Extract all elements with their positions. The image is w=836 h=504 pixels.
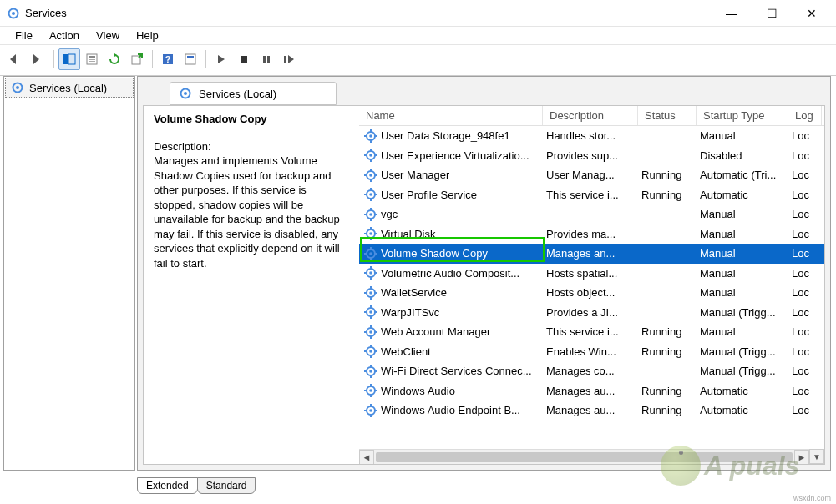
close-button[interactable]: ✕ [799,4,824,23]
service-gear-icon [364,149,377,162]
service-startup: Automatic (Tri... [697,169,788,181]
scroll-down-arrow[interactable]: ▼ [809,449,824,464]
minimize-button[interactable]: — [719,4,744,23]
service-logon: Loc [788,208,822,220]
tree-pane: Services (Local) [3,76,135,471]
start-service-button[interactable] [210,48,232,70]
service-startup: Automatic [697,385,788,397]
svg-rect-6 [89,59,95,60]
scroll-right-arrow[interactable]: ► [794,450,809,465]
services-icon [11,81,24,94]
service-row[interactable]: Volumetric Audio Composit...Hosts spatia… [359,264,824,284]
service-row[interactable]: Volume Shadow CopyManages an...ManualLoc [359,244,824,264]
service-startup: Automatic [697,404,788,416]
refresh-button[interactable] [104,48,125,70]
pane-title: Services (Local) [199,88,276,100]
svg-point-22 [369,134,372,138]
svg-rect-7 [89,61,95,62]
svg-point-64 [369,271,372,275]
col-header-name[interactable]: Name [359,106,543,125]
service-gear-icon [364,247,377,260]
show-action-pane-button[interactable] [180,48,201,70]
tab-extended[interactable]: Extended [137,477,198,494]
service-startup: Automatic [697,189,788,201]
service-logon: Loc [788,129,822,142]
service-row[interactable]: WebClientEnables Win...RunningManual (Tr… [359,342,824,362]
svg-rect-3 [68,54,75,64]
horizontal-scrollbar[interactable]: ◄ ► [359,449,809,464]
service-description: Handles stor... [543,129,638,142]
service-logon: Loc [788,247,822,260]
svg-rect-5 [89,56,95,58]
service-logon: Loc [788,306,822,319]
service-row[interactable]: User Experience Virtualizatio...Provides… [359,146,824,166]
service-status: Running [638,325,697,338]
svg-point-82 [369,330,372,334]
help-button[interactable]: ? [157,48,179,70]
service-name: WebClient [381,345,431,358]
properties-button[interactable] [81,48,103,70]
svg-point-58 [369,252,372,255]
list-header: Name Description Status Startup Type Log [359,106,824,126]
scroll-thumb[interactable] [376,452,793,462]
window-title: Services [25,7,67,19]
service-name: WarpJITSvc [381,306,439,319]
svg-point-70 [369,291,372,295]
col-header-status[interactable]: Status [638,106,697,125]
window-controls: — ☐ ✕ [719,4,829,23]
service-row[interactable]: Windows Audio Endpoint B...Manages au...… [359,401,824,421]
service-gear-icon [364,305,377,319]
service-startup: Manual [697,208,788,220]
service-gear-icon [364,404,377,417]
back-button[interactable] [5,48,27,70]
service-gear-icon [364,266,377,280]
detail-desc-label: Description: [154,140,349,153]
service-description: Provides ma... [543,228,638,240]
service-name: Windows Audio Endpoint B... [381,404,520,416]
tab-standard[interactable]: Standard [197,477,256,494]
service-description: Hosts spatial... [543,267,638,280]
service-gear-icon [364,384,377,397]
detail-desc: Manages and implements Volume Shadow Cop… [154,154,349,270]
svg-point-100 [369,389,372,392]
service-row[interactable]: Wi-Fi Direct Services Connec...Manages c… [359,361,824,381]
service-row[interactable]: WarpJITSvcProvides a JI...Manual (Trigg.… [359,303,824,323]
service-row[interactable]: User Data Storage_948fe1Handles stor...M… [359,126,824,146]
service-row[interactable]: User Profile ServiceThis service i...Run… [359,185,824,205]
pause-service-button[interactable] [256,48,277,70]
svg-point-76 [369,310,372,314]
stop-service-button[interactable] [233,48,255,70]
service-name: User Manager [381,169,449,181]
svg-rect-14 [263,56,266,63]
menu-action[interactable]: Action [41,29,88,42]
services-icon [7,7,20,20]
tree-root-services[interactable]: Services (Local) [5,78,134,98]
maximize-button[interactable]: ☐ [759,4,784,23]
service-row[interactable]: Windows AudioManages au...RunningAutomat… [359,381,824,401]
service-description: User Manag... [543,169,638,181]
service-status: Running [638,169,697,181]
restart-service-button[interactable] [278,48,300,70]
scroll-left-arrow[interactable]: ◄ [359,450,374,465]
service-row[interactable]: Virtual DiskProvides ma...ManualLoc [359,224,824,244]
service-startup: Manual [697,129,788,142]
show-hide-tree-button[interactable] [58,48,80,70]
col-header-startup[interactable]: Startup Type [697,106,788,125]
service-gear-icon [364,345,377,358]
menu-file[interactable]: File [7,29,41,42]
service-row[interactable]: User ManagerUser Manag...RunningAutomati… [359,165,824,185]
col-header-logon[interactable]: Log [788,106,822,125]
menu-view[interactable]: View [88,29,128,42]
service-row[interactable]: Web Account ManagerThis service i...Runn… [359,322,824,342]
col-header-description[interactable]: Description [543,106,638,125]
menu-help[interactable]: Help [128,29,167,42]
service-row[interactable]: WalletServiceHosts object...ManualLoc [359,283,824,303]
service-startup: Manual (Trigg... [697,365,788,377]
service-row[interactable]: vgcManualLoc [359,204,824,224]
forward-button[interactable] [28,48,49,70]
service-description: Hosts object... [543,286,638,299]
service-description: Manages au... [543,404,638,416]
service-description: Provides sup... [543,149,638,162]
export-button[interactable] [126,48,148,70]
service-startup: Manual [697,325,788,338]
